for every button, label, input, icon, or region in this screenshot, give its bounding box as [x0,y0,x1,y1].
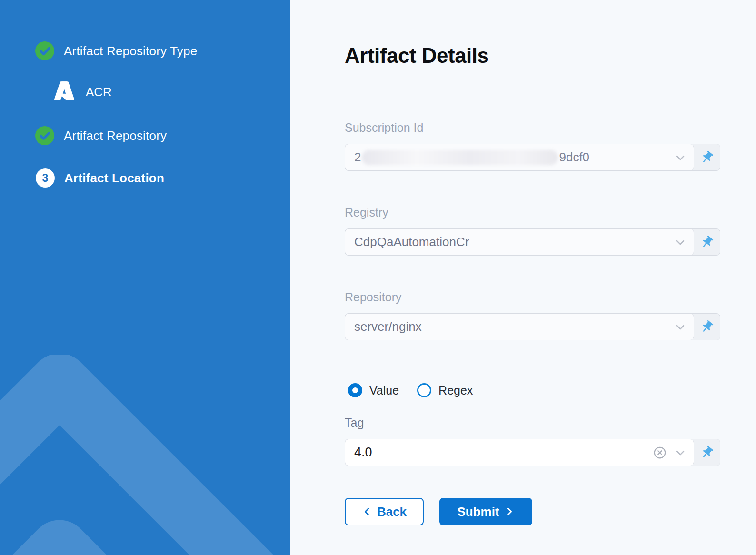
radio-unselected-icon[interactable] [417,383,431,397]
page-title: Artifact Details [345,44,489,68]
chevron-left-icon [362,506,372,517]
radio-selected-icon[interactable] [348,383,362,397]
back-button-label: Back [377,505,407,519]
step-number-badge: 3 [36,168,55,188]
wizard-steps-sidebar: Artifact Repository Type ACR Artifact Re… [0,0,290,555]
step-complete-check-icon [35,126,54,145]
pin-icon [697,147,717,167]
pin-runtime-input-button[interactable] [694,439,720,466]
back-button[interactable]: Back [345,498,424,525]
brand-watermark [0,355,290,555]
selected-type-label: ACR [86,85,112,99]
radio-value[interactable]: Value [348,383,399,397]
artifact-details-panel: Artifact Details Subscription Id 2 9dcf0… [290,0,756,555]
subscription-id-select[interactable]: 2 9dcf0 [345,144,694,170]
repository-label: Repository [345,290,402,304]
clear-icon[interactable] [653,446,667,460]
repository-field: server/nginx [345,313,720,340]
step-complete-check-icon [35,41,54,60]
radio-regex-label: Regex [438,384,473,397]
selected-repository-type[interactable]: ACR [53,80,112,104]
pin-icon [697,317,717,337]
step-artifact-location[interactable]: 3 Artifact Location [36,168,164,188]
subscription-id-label: Subscription Id [345,121,423,135]
tag-input[interactable] [354,445,653,460]
registry-value: CdpQaAutomationCr [354,235,469,249]
chevron-down-icon[interactable] [674,320,687,334]
step-artifact-repository-type[interactable]: Artifact Repository Type [35,41,197,60]
submit-button[interactable]: Submit [439,498,532,525]
radio-regex[interactable]: Regex [417,383,473,397]
submit-button-label: Submit [457,505,499,519]
tag-input-wrap [345,439,694,466]
tag-match-type-radios: Value Regex [348,383,473,397]
registry-select[interactable]: CdpQaAutomationCr [345,229,694,255]
chevron-down-icon[interactable] [674,236,687,249]
subscription-id-value-start: 2 [354,150,361,165]
step-label: Artifact Repository Type [64,44,197,59]
pin-icon [697,442,717,462]
pin-runtime-input-button[interactable] [694,314,720,340]
tag-field [345,439,720,466]
redaction-blur [362,150,558,165]
repository-select[interactable]: server/nginx [345,314,694,340]
chevron-down-icon[interactable] [674,446,687,459]
azure-logo-icon [53,80,75,104]
tag-label: Tag [345,416,364,430]
chevron-down-icon[interactable] [674,151,687,164]
registry-label: Registry [345,206,388,219]
pin-runtime-input-button[interactable] [694,144,720,170]
registry-field: CdpQaAutomationCr [345,228,720,256]
pin-runtime-input-button[interactable] [694,229,720,255]
subscription-id-field: 2 9dcf0 [345,144,720,171]
chevron-right-icon [504,506,515,517]
repository-value: server/nginx [354,319,422,334]
radio-value-label: Value [369,384,399,397]
step-label: Artifact Repository [64,129,167,143]
step-label: Artifact Location [64,171,164,186]
subscription-id-value-end: 9dcf0 [559,150,589,165]
step-artifact-repository[interactable]: Artifact Repository [35,126,167,145]
pin-icon [697,232,717,252]
